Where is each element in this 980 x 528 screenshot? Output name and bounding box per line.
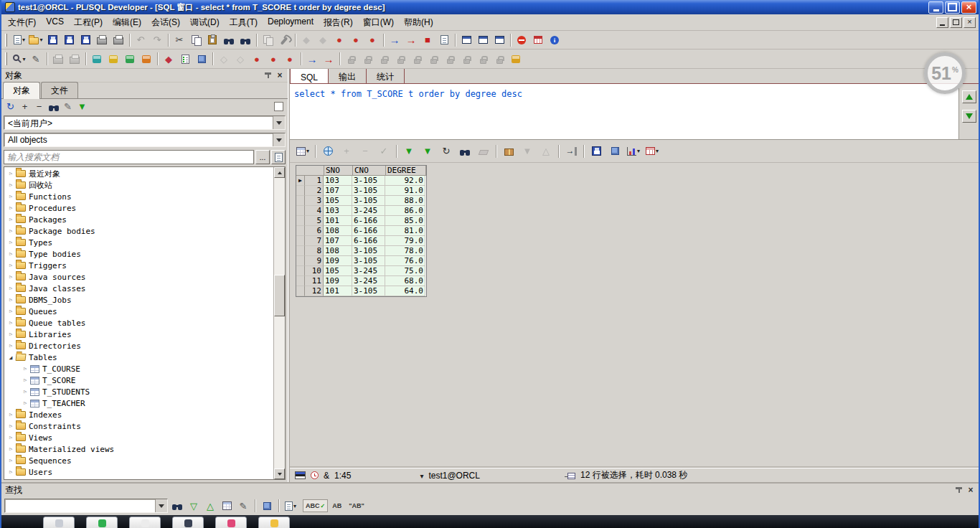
tree-expand-icon[interactable]: ▷ (6, 423, 15, 429)
compile-button[interactable]: ◆ (161, 51, 176, 67)
chart-button[interactable]: ▾ (625, 143, 642, 160)
menu-h[interactable]: 帮助(H) (399, 14, 438, 32)
row-indicator[interactable] (296, 196, 305, 206)
edit-pattern-button[interactable]: ✎ (236, 499, 250, 513)
toolbar-grip[interactable] (5, 52, 7, 65)
column-header-sno[interactable]: SNO (324, 166, 353, 176)
row-indicator[interactable] (296, 276, 305, 286)
cell-sno[interactable]: 105 (324, 266, 352, 276)
row-indicator[interactable] (296, 266, 305, 276)
tree-item-dbms-jobs[interactable]: ▷DBMS_Jobs (4, 294, 273, 306)
cell-cno[interactable]: 3-105 (352, 246, 385, 256)
lock-5-button[interactable] (409, 51, 425, 67)
cell-deg[interactable]: 88.0 (385, 196, 425, 206)
tree-item-t-course[interactable]: ▷T_COURSE (4, 363, 273, 374)
tree-item-package-bodies[interactable]: ▷Package bodies (4, 225, 273, 237)
filter-disabled-button[interactable]: ▼ (519, 143, 536, 160)
cell-deg[interactable]: 64.0 (385, 286, 425, 296)
tree-expand-icon[interactable]: ▷ (6, 274, 15, 280)
cell-cno[interactable]: 3-105 (352, 176, 385, 186)
edit-mode-button[interactable]: ✎ (28, 51, 44, 67)
mark-all-button[interactable] (220, 499, 234, 513)
tree-item-views[interactable]: ▷Views (4, 432, 273, 443)
cell-sno[interactable]: 101 (324, 216, 352, 226)
dropdown-arrow-icon[interactable] (155, 499, 167, 512)
expand-node-button[interactable]: + (18, 100, 32, 113)
tree-item-procedures[interactable]: ▷Procedures (4, 202, 273, 214)
execute-current-button[interactable]: → (403, 32, 419, 48)
tree-expand-icon[interactable]: ▷ (6, 194, 15, 199)
cell-deg[interactable]: 81.0 (385, 226, 425, 236)
tree-expand-icon[interactable]: ▷ (6, 205, 15, 211)
menu-s[interactable]: 会话(S) (146, 14, 185, 32)
lock-10-button[interactable] (491, 51, 507, 67)
report-button[interactable]: ▾ (644, 143, 661, 160)
delete-record-button[interactable]: − (357, 143, 374, 160)
cell-sno[interactable]: 103 (324, 176, 352, 186)
save-all-button[interactable] (61, 32, 77, 48)
search-options-button[interactable]: ▾ (283, 499, 298, 513)
tab-1[interactable]: 文件 (41, 82, 78, 98)
tree-item-t-students[interactable]: ▷T_STUDENTS (4, 386, 273, 397)
row-number[interactable]: 7 (305, 236, 324, 246)
row-indicator[interactable] (296, 186, 305, 196)
restore-button[interactable] (945, 1, 960, 14)
tree-expand-icon[interactable]: ▷ (6, 435, 15, 440)
close-panel-icon[interactable] (966, 486, 975, 494)
tree-item-constraints[interactable]: ▷Constraints (4, 420, 273, 432)
row-indicator-current[interactable] (296, 176, 305, 186)
tree-scrollbar[interactable] (273, 167, 285, 479)
step-over-button[interactable]: ◇ (232, 51, 248, 67)
tree-item-directories[interactable]: ▷Directories (4, 340, 273, 352)
regexp-toggle[interactable]: "AB" (346, 499, 367, 512)
tree-expand-icon[interactable]: ▷ (6, 297, 15, 303)
tab-sql[interactable]: SQL (290, 69, 329, 83)
cell-cno[interactable]: 3-105 (352, 286, 385, 296)
save-as-button[interactable] (77, 32, 93, 48)
tree-item-java-sources[interactable]: ▷Java sources (4, 271, 273, 283)
tree-expand-icon[interactable]: ▷ (21, 366, 29, 372)
stamp-sql-button[interactable] (105, 51, 121, 67)
row-indicator[interactable] (296, 256, 305, 266)
save-button[interactable] (44, 32, 60, 48)
tree-expand-icon[interactable]: ▷ (6, 263, 15, 268)
row-number[interactable]: 6 (305, 226, 324, 236)
edit-filter-button[interactable]: ✎ (61, 100, 75, 113)
checklist-button[interactable] (177, 51, 193, 67)
mdi-close-button[interactable] (963, 17, 976, 28)
find-next-button[interactable] (237, 32, 253, 48)
tree-expand-icon[interactable]: ▷ (6, 446, 15, 452)
taskbar-button-1[interactable] (43, 517, 75, 528)
tree-item-queues[interactable]: ▷Queues (4, 306, 273, 317)
tree-item-t-score[interactable]: ▷T_SCORE (4, 374, 273, 386)
find-next-button[interactable]: ▽ (187, 499, 201, 513)
go-red-button[interactable]: → (321, 51, 336, 67)
cell-cno[interactable]: 3-105 (352, 256, 385, 266)
tree-item-1[interactable]: ▷回收站 (4, 179, 273, 191)
run-debug-button[interactable]: ● (249, 51, 265, 67)
cell-deg[interactable]: 85.0 (385, 216, 425, 226)
print-setup-button[interactable] (110, 32, 126, 48)
menu-d[interactable]: 调试(D) (185, 14, 225, 32)
open-button[interactable]: ▾ (28, 32, 44, 48)
toolbar-grip[interactable] (5, 34, 7, 47)
tab-2[interactable]: 统计 (367, 69, 405, 83)
lock-9-button[interactable] (475, 51, 491, 67)
cell-sno[interactable]: 107 (324, 236, 352, 246)
cell-cno[interactable]: 3-105 (352, 186, 385, 196)
go-blue-button[interactable]: → (304, 51, 320, 67)
menu-f[interactable]: 文件(F) (3, 14, 41, 32)
find-input-value[interactable] (5, 499, 155, 512)
row-number[interactable]: 12 (305, 286, 324, 296)
cell-cno[interactable]: 6-166 (352, 236, 385, 246)
run-to-cursor-button[interactable]: ● (265, 51, 281, 67)
menu-p[interactable]: 工程(P) (69, 14, 108, 32)
find-previous-button[interactable]: △ (203, 499, 217, 513)
tree-expand-icon[interactable]: ▷ (6, 217, 15, 222)
sort-disabled-button[interactable]: △ (537, 143, 555, 160)
current-user-combo[interactable]: <当前用户> (4, 116, 286, 130)
tree-item-0[interactable]: ▷最近对象 (4, 168, 273, 179)
tree-item-java-classes[interactable]: ▷Java classes (4, 283, 273, 294)
tile-vertically-button[interactable] (491, 32, 507, 48)
zoom-button[interactable]: ▾ (11, 51, 27, 67)
